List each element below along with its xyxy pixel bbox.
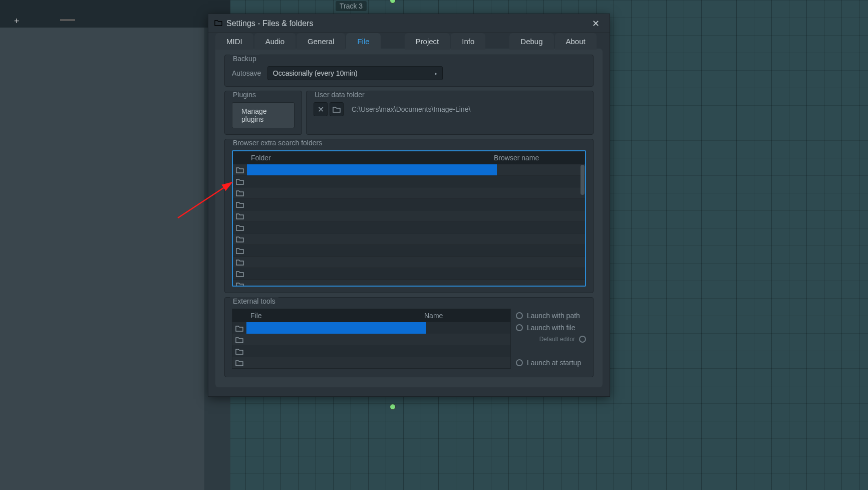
col-name-header[interactable]: Name — [420, 309, 510, 322]
manage-plugins-button[interactable]: Manage plugins — [232, 102, 295, 128]
add-tab-button[interactable]: + — [14, 16, 20, 27]
section-title: Backup — [230, 55, 259, 63]
plugins-section: Plugins Manage plugins — [224, 91, 302, 135]
tool-name-cell[interactable] — [426, 357, 510, 368]
tool-name-cell[interactable] — [426, 334, 510, 345]
folder-path-cell[interactable] — [247, 222, 497, 233]
tool-row[interactable] — [232, 357, 510, 368]
tab-info[interactable]: Info — [451, 33, 485, 50]
titlebar[interactable]: Settings - Files & folders ✕ — [208, 14, 610, 33]
collapse-handle[interactable] — [60, 19, 75, 21]
folder-row[interactable] — [233, 245, 585, 257]
browser-name-cell[interactable] — [497, 164, 585, 175]
folder-row[interactable] — [233, 268, 585, 280]
tab-about[interactable]: About — [555, 33, 597, 50]
browser-name-cell[interactable] — [497, 187, 585, 198]
browser-name-cell[interactable] — [497, 268, 585, 279]
folder-icon[interactable] — [233, 259, 247, 266]
folder-row[interactable] — [233, 187, 585, 199]
folder-path-cell[interactable] — [247, 257, 497, 268]
file-path-cell[interactable] — [246, 322, 426, 334]
folder-icon[interactable] — [233, 189, 247, 196]
list-header: File Name — [232, 309, 510, 322]
tab-file[interactable]: File — [346, 33, 380, 50]
browser-name-cell[interactable] — [497, 210, 585, 221]
track-label[interactable]: Track 3 — [336, 1, 367, 11]
folder-icon[interactable] — [233, 282, 247, 286]
folder-path-cell[interactable] — [247, 199, 497, 210]
folder-path-cell[interactable] — [247, 176, 497, 187]
radio-icon — [516, 359, 523, 366]
browser-name-cell[interactable] — [497, 233, 585, 244]
tool-name-cell[interactable] — [426, 345, 510, 357]
folder-icon[interactable] — [233, 247, 247, 254]
backup-section: Backup Autosave Occasionally (every 10mi… — [224, 55, 594, 87]
clear-path-button[interactable]: ✕ — [314, 102, 328, 116]
tab-midi[interactable]: MIDI — [215, 33, 253, 50]
default-editor-radio[interactable]: Default editor — [516, 336, 586, 343]
folder-row[interactable] — [233, 233, 585, 245]
folder-icon — [214, 19, 222, 28]
folder-icon[interactable] — [233, 201, 247, 208]
folder-icon[interactable] — [233, 212, 247, 219]
browser-name-cell[interactable] — [497, 222, 585, 233]
tab-debug[interactable]: Debug — [509, 33, 553, 50]
folder-icon[interactable] — [232, 359, 246, 366]
folder-icon[interactable] — [233, 178, 247, 185]
folder-row[interactable] — [233, 257, 585, 268]
col-folder-header[interactable]: Folder — [247, 151, 490, 164]
launch-with-file-radio[interactable]: Launch with file — [516, 324, 586, 332]
browse-folder-button[interactable] — [330, 102, 344, 116]
browser-name-cell[interactable] — [497, 280, 585, 286]
folder-icon[interactable] — [233, 270, 247, 277]
folder-row[interactable] — [233, 176, 585, 187]
folder-path-cell[interactable] — [247, 245, 497, 256]
tab-project[interactable]: Project — [405, 33, 450, 50]
tool-row[interactable] — [232, 334, 510, 345]
external-tools-list[interactable]: File Name — [232, 309, 511, 369]
col-file-header[interactable]: File — [246, 309, 420, 322]
folder-path-cell[interactable] — [247, 210, 497, 221]
folder-path-cell[interactable] — [247, 187, 497, 198]
browser-folders-list[interactable]: Folder Browser name — [232, 150, 586, 287]
radio-label: Default editor — [539, 336, 575, 343]
browser-name-cell[interactable] — [497, 245, 585, 256]
close-button[interactable]: ✕ — [588, 16, 604, 31]
folder-path-cell[interactable] — [247, 164, 497, 175]
autosave-dropdown[interactable]: Occasionally (every 10min) ▸ — [267, 66, 443, 80]
userdata-section: User data folder ✕ C:\Users\max\Document… — [306, 91, 594, 135]
file-path-cell[interactable] — [246, 334, 426, 345]
folder-row[interactable] — [233, 280, 585, 286]
folder-row[interactable] — [233, 164, 585, 176]
launch-with-path-radio[interactable]: Launch with path — [516, 312, 586, 320]
browser-name-cell[interactable] — [497, 257, 585, 268]
folder-icon[interactable] — [232, 348, 246, 355]
folder-icon[interactable] — [233, 235, 247, 242]
tool-name-cell[interactable] — [426, 322, 510, 334]
folder-row[interactable] — [233, 210, 585, 222]
folder-path-cell[interactable] — [247, 280, 497, 286]
browser-name-cell[interactable] — [497, 176, 585, 187]
folder-path-cell[interactable] — [247, 233, 497, 244]
folder-path-cell[interactable] — [247, 268, 497, 279]
time-marker-icon[interactable] — [390, 404, 396, 410]
folder-row[interactable] — [233, 222, 585, 233]
tab-general[interactable]: General — [297, 33, 345, 50]
folder-icon[interactable] — [233, 224, 247, 231]
folder-icon[interactable] — [232, 325, 246, 332]
col-name-header[interactable]: Browser name — [490, 151, 585, 164]
folder-icon[interactable] — [232, 336, 246, 343]
file-path-cell[interactable] — [246, 357, 426, 368]
scrollbar[interactable] — [581, 165, 585, 195]
tab-audio[interactable]: Audio — [254, 33, 296, 50]
browser-folders-section: Browser extra search folders Folder Brow… — [224, 139, 594, 293]
tool-row[interactable] — [232, 322, 510, 334]
list-body — [232, 322, 510, 368]
file-path-cell[interactable] — [246, 345, 426, 357]
section-title: Browser extra search folders — [230, 139, 325, 147]
tool-row[interactable] — [232, 345, 510, 357]
browser-name-cell[interactable] — [497, 199, 585, 210]
folder-icon[interactable] — [233, 166, 247, 173]
folder-row[interactable] — [233, 199, 585, 210]
launch-at-startup-radio[interactable]: Launch at startup — [516, 359, 586, 367]
